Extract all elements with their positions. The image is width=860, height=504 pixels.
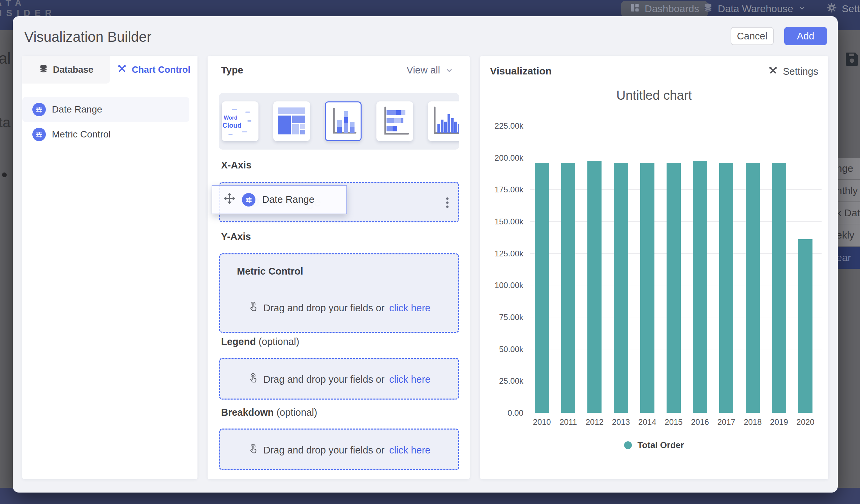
x-tick-label: 2010 bbox=[528, 417, 555, 427]
tab-database[interactable]: Database bbox=[22, 56, 110, 84]
legend-dropzone[interactable]: Drag and drop your fields or click here bbox=[219, 358, 459, 400]
y-tick-label: 75.00k bbox=[479, 313, 524, 322]
save-icon bbox=[844, 51, 860, 68]
nav-data-warehouse-label: Data Warehouse bbox=[718, 3, 793, 14]
gear-icon bbox=[826, 2, 837, 15]
y-tick-label: 225.00k bbox=[479, 121, 524, 131]
gridline bbox=[530, 126, 821, 126]
database-icon bbox=[703, 3, 713, 15]
chart-type-column[interactable] bbox=[428, 101, 459, 141]
chart-settings-button[interactable]: Settings bbox=[768, 66, 818, 78]
click-here-link[interactable]: click here bbox=[389, 374, 431, 385]
field-date-range-label: Date Range bbox=[52, 104, 102, 115]
chevron-down-icon bbox=[798, 3, 806, 14]
field-metric-control[interactable]: Metric Control bbox=[22, 122, 189, 147]
nav-dashboards-label: Dashboards bbox=[645, 3, 699, 14]
x-tick-label: 2013 bbox=[607, 417, 634, 427]
bg-menu-item: ekly bbox=[836, 225, 860, 247]
y-tick-label: 150.00k bbox=[479, 217, 524, 226]
tools-icon bbox=[117, 64, 127, 76]
y-tick-label: 200.00k bbox=[479, 153, 524, 163]
builder-panel: Type View all Word Cloud bbox=[207, 56, 470, 479]
chart-type-strip: Word Cloud bbox=[219, 93, 459, 149]
chart-type-stacked-column[interactable] bbox=[325, 101, 362, 141]
breakdown-dropzone[interactable]: Drag and drop your fields or click here bbox=[219, 429, 459, 470]
sliders-icon bbox=[32, 103, 46, 116]
kebab-menu-icon[interactable] bbox=[446, 196, 449, 210]
tap-hand-icon bbox=[248, 444, 259, 457]
drop-hint: Drag and drop your fields or click here bbox=[220, 444, 458, 457]
y-tick-label: 175.00k bbox=[479, 185, 524, 195]
bg-menu-item: nthly bbox=[836, 180, 860, 202]
bg-menu-item: nge bbox=[836, 158, 860, 180]
bg-text-fragment-2: ta bbox=[0, 115, 11, 131]
x-axis-section-label: X-Axis bbox=[221, 160, 252, 171]
visualization-panel: Visualization Settings Untitled chart 22… bbox=[480, 56, 828, 479]
tab-chart-control-label: Chart Control bbox=[132, 65, 190, 75]
drop-text: Drag and drop your fields or bbox=[263, 445, 385, 456]
database-icon bbox=[39, 64, 48, 76]
date-range-drag-chip[interactable]: Date Range bbox=[212, 185, 347, 214]
field-date-range[interactable]: Date Range bbox=[22, 97, 189, 122]
logo-line-1: ATA bbox=[0, 0, 56, 8]
legend-dot bbox=[624, 441, 632, 449]
tools-icon bbox=[768, 66, 778, 78]
field-metric-control-label: Metric Control bbox=[52, 129, 111, 140]
y-axis-dropzone[interactable]: Metric Control Drag and drop your fields… bbox=[219, 253, 459, 333]
visualization-builder-modal: Visualization Builder Cancel Add Databas… bbox=[13, 16, 838, 492]
legend-label: Total Order bbox=[637, 440, 684, 450]
drop-text: Drag and drop your fields or bbox=[263, 374, 385, 385]
chart-title: Untitled chart bbox=[480, 88, 828, 103]
dashboard-grid-icon bbox=[630, 3, 640, 15]
drop-text: Drag and drop your fields or bbox=[263, 303, 385, 314]
breakdown-section-label: Breakdown (optional) bbox=[221, 407, 317, 418]
app-logo: ATA NSIDER bbox=[0, 0, 56, 18]
chevron-down-icon bbox=[445, 66, 454, 75]
sliders-icon bbox=[32, 128, 46, 141]
gridline bbox=[530, 158, 821, 158]
x-tick-label: 2011 bbox=[555, 417, 582, 427]
chart-type-word-cloud[interactable]: Word Cloud bbox=[222, 101, 258, 141]
chart-type-treemap[interactable] bbox=[273, 101, 310, 141]
tab-database-label: Database bbox=[53, 65, 94, 75]
drop-hint: Drag and drop your fields or click here bbox=[220, 373, 458, 386]
bar-2012 bbox=[587, 161, 602, 413]
x-tick-label: 2018 bbox=[739, 417, 766, 427]
click-here-link[interactable]: click here bbox=[389, 445, 431, 456]
bg-text-fragment-1: al bbox=[0, 49, 11, 67]
sliders-icon bbox=[242, 193, 255, 206]
bar-2010 bbox=[535, 163, 549, 413]
fields-panel: Database Chart Control Date Range Metric… bbox=[22, 56, 198, 479]
word-cloud-word-2: Cloud bbox=[223, 121, 242, 129]
bg-bullet-dot bbox=[2, 172, 7, 177]
chart-type-horizontal-bar[interactable] bbox=[376, 101, 413, 141]
bar-2011 bbox=[561, 163, 575, 413]
x-tick-label: 2017 bbox=[713, 417, 740, 427]
cancel-button[interactable]: Cancel bbox=[731, 27, 774, 45]
y-tick-label: 125.00k bbox=[479, 249, 524, 258]
y-tick-label: 0.00 bbox=[479, 408, 524, 418]
click-here-link[interactable]: click here bbox=[389, 303, 431, 314]
nav-settings[interactable]: Settings bbox=[826, 1, 860, 16]
view-all-label: View all bbox=[407, 65, 440, 76]
tab-chart-control[interactable]: Chart Control bbox=[110, 56, 198, 84]
add-button[interactable]: Add bbox=[784, 27, 827, 45]
bar-2019 bbox=[772, 163, 786, 413]
tap-hand-icon bbox=[248, 302, 259, 315]
x-tick-label: 2015 bbox=[660, 417, 687, 427]
bar-2014 bbox=[640, 163, 655, 413]
type-section-label: Type bbox=[221, 65, 243, 76]
bar-2016 bbox=[693, 161, 707, 413]
move-icon bbox=[224, 193, 235, 206]
bg-menu-item-selected: ear bbox=[836, 247, 860, 269]
y-tick-label: 25.00k bbox=[479, 376, 524, 386]
nav-data-warehouse[interactable]: Data Warehouse bbox=[703, 1, 806, 16]
drop-hint: Drag and drop your fields or click here bbox=[220, 302, 458, 315]
x-tick-label: 2020 bbox=[792, 417, 819, 427]
view-all-dropdown[interactable]: View all bbox=[407, 65, 454, 76]
tap-hand-icon bbox=[248, 373, 259, 386]
metric-control-label: Metric Control bbox=[237, 266, 303, 277]
nav-dashboards[interactable]: Dashboards bbox=[621, 1, 708, 16]
chip-label: Date Range bbox=[262, 194, 314, 205]
x-tick-label: 2012 bbox=[581, 417, 608, 427]
